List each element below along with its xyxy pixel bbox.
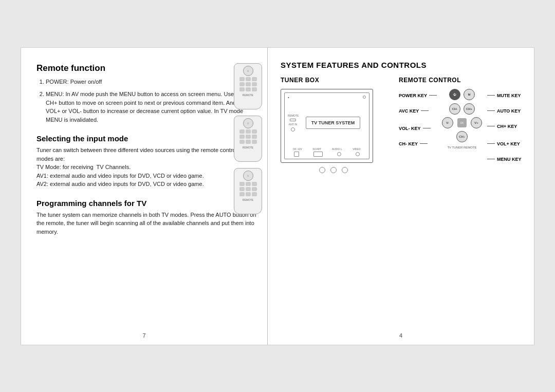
remote-label-2: REMOTE — [243, 146, 253, 149]
vol-minus-key-line — [423, 128, 431, 128]
power-key-line — [429, 95, 437, 96]
power-button-circle: ⏻ — [449, 89, 460, 100]
power-key-row: POWER KEY — [399, 90, 437, 101]
remote-port — [290, 119, 296, 121]
av-connector-3 — [342, 167, 348, 173]
selecting-input-text: Tuner can switch between three different… — [36, 146, 257, 189]
av-connector-1 — [319, 167, 325, 173]
remote-box-label: TV TUNER REMOTE — [447, 146, 476, 150]
ch-plus-circle: CH+ — [464, 103, 475, 115]
ch-minus-circle: CH- — [449, 103, 460, 115]
tuner-top-row: • — [288, 95, 366, 100]
rbtn — [246, 140, 251, 144]
selecting-input-title: Selecting the input mode — [36, 134, 257, 143]
remote-illustration-3: ○ REMOTE — [234, 168, 262, 214]
vol-plus-circle: V+ — [471, 117, 482, 128]
ch-plus-key-label: CH+ KEY — [497, 124, 517, 129]
audio-l-label: AUDIO L — [332, 147, 342, 151]
audio-l-connector — [337, 152, 341, 156]
remote-control-label: REMOTE CONTROL — [399, 77, 524, 84]
remote-port-label: REMOTE — [288, 114, 298, 117]
remote-function-title: Remote function — [36, 63, 257, 73]
remote-illustration-2: ○ REMOTE — [234, 116, 262, 162]
remote-top-circle-3: ○ — [243, 171, 253, 181]
right-key-labels: MUTE KEY AUTO KEY CH+ KEY VOL+ K — [487, 89, 522, 165]
mute-key-row: MUTE KEY — [487, 90, 522, 101]
vol-minus-key-label: VOL- KEY — [399, 126, 421, 131]
scart-connector — [313, 152, 323, 157]
avc-key-row: AVC KEY — [399, 105, 437, 117]
ch-plus-key-line — [487, 126, 495, 126]
tuner-box-inner: • REMOTE ANT IN — [284, 92, 369, 159]
rbtn — [246, 82, 251, 86]
left-key-labels: POWER KEY AVC KEY VOL- KEY CH- K — [399, 89, 437, 150]
system-features-title: SYSTEM FEATURES AND CONTROLS — [281, 61, 524, 69]
avc-key-label: AVC KEY — [399, 108, 419, 114]
vol-buttons-row: V- OK V+ — [442, 117, 482, 128]
rbtn — [252, 82, 257, 86]
rbtn — [239, 187, 245, 191]
rbtn — [252, 140, 257, 144]
remote-label-3: REMOTE — [243, 198, 253, 201]
ch-minus-key-line — [420, 143, 428, 144]
tuner-box-label: TUNER BOX — [281, 77, 383, 84]
auto-key-line — [487, 110, 495, 111]
rbtn — [246, 135, 251, 139]
power-key-label: POWER KEY — [399, 93, 427, 98]
auto-key-row: AUTO KEY — [487, 105, 522, 117]
remote-label-1: REMOTE — [243, 94, 253, 97]
rbtn — [246, 182, 251, 186]
dc12v-label: DC 12V — [293, 147, 302, 151]
tv-tuner-label: TV TUNER SYSTEM — [306, 117, 361, 129]
right-page-number: 4 — [399, 332, 402, 339]
menu-key-line — [487, 159, 495, 159]
rbtn — [246, 77, 251, 81]
ch-bottom-row: CH↓ — [456, 131, 468, 142]
rbtn — [239, 87, 245, 91]
video-label: VIDEO — [353, 147, 361, 151]
remote-control-section: REMOTE CONTROL POWER KEY AVC KEY — [383, 77, 524, 173]
mute-button-circle: M — [464, 89, 475, 100]
remote-top-circle-2: ○ — [243, 118, 253, 128]
bottom-av-connectors — [281, 167, 383, 173]
tuner-dot-left: • — [288, 95, 289, 100]
rbtn — [239, 82, 245, 86]
rbtn — [252, 135, 257, 139]
right-panel: SYSTEM FEATURES AND CONTROLS TUNER BOX • — [268, 48, 534, 345]
rbtn — [239, 192, 245, 196]
tuner-side-area: REMOTE ANT IN TV TUNER SYSTEM — [288, 102, 366, 144]
ant-in-label: ANT IN — [288, 123, 298, 126]
ch-down-circle: CH↓ — [456, 131, 468, 142]
rbtn — [239, 182, 245, 186]
mute-key-label: MUTE KEY — [497, 93, 521, 98]
rbtn — [252, 77, 257, 81]
menu-key-label: MENU KEY — [497, 157, 522, 162]
center-button: OK — [457, 118, 467, 127]
remote-buttons-3 — [239, 182, 257, 196]
remote-illustrations: ○ REMOTE ○ — [234, 63, 262, 214]
video-connector — [356, 152, 360, 156]
auto-key-label: AUTO KEY — [497, 108, 521, 114]
dpad-container: ⏻ M CH- CH+ V- OK V+ — [442, 89, 482, 150]
left-ports: REMOTE ANT IN — [288, 102, 298, 144]
vol-plus-key-label: VOL+ KEY — [497, 141, 520, 146]
ch-buttons-row: CH- CH+ — [449, 103, 475, 115]
remote-buttons-1 — [239, 77, 257, 91]
remote-function-list: POWER: Power on/off MENU: In AV mode pus… — [36, 78, 257, 124]
vol-plus-key-row: VOL+ KEY — [487, 138, 522, 150]
list-item-power: POWER: Power on/off — [46, 78, 257, 86]
scart-label: SCART — [312, 147, 321, 151]
vol-plus-key-line — [487, 143, 495, 144]
mute-key-line — [487, 95, 495, 96]
programming-text: The tuner system can memorize channels i… — [36, 211, 257, 236]
vol-minus-circle: V- — [442, 117, 453, 128]
remote-illustration-1: ○ REMOTE — [234, 63, 262, 109]
menu-key-row: MENU KEY — [487, 154, 522, 165]
rbtn — [252, 129, 257, 134]
top-buttons-row: ⏻ M — [449, 89, 475, 100]
keys-diagram-container: POWER KEY AVC KEY VOL- KEY CH- K — [399, 89, 524, 165]
programming-title: Programming channels for TV — [36, 199, 257, 208]
remote-buttons-2 — [239, 129, 257, 144]
tuner-box-section: TUNER BOX • REMOTE — [281, 77, 383, 173]
tuner-led — [363, 96, 366, 99]
